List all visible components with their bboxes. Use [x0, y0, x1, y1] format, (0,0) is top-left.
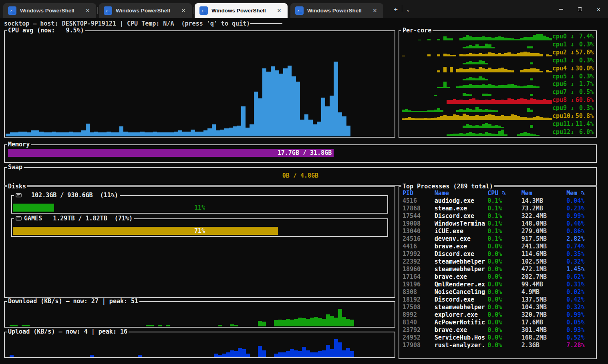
process-row: 17544Discord.exe0.1%322.4MB0.99%	[403, 212, 594, 220]
process-cpu-percent: 0.0%	[487, 250, 521, 258]
cpu-avg-bar	[330, 96, 334, 137]
upload-chart	[6, 338, 394, 357]
process-mem: 241.3MB	[521, 243, 567, 250]
process-row: 17508steamwebhelper0.0%104.3MB0.32%	[403, 304, 594, 311]
cpu-avg-bar	[258, 98, 262, 136]
tab-title: Windows PowerShell	[211, 8, 271, 14]
cpu-avg-bar	[279, 74, 284, 137]
cpu-avg-bar	[220, 130, 225, 137]
tab-close-icon[interactable]: ✕	[179, 6, 188, 15]
process-pid: 24516	[403, 235, 435, 243]
cpu-avg-bar	[56, 132, 60, 136]
net-bar	[22, 325, 26, 326]
cpu-avg-bar	[73, 132, 77, 136]
process-pid: 8992	[403, 311, 435, 319]
process-cpu-percent: 0.0%	[487, 243, 521, 250]
process-mem: 472.1MB	[521, 266, 567, 273]
window-controls: ✕	[552, 0, 608, 18]
process-cpu-percent: 0.0%	[487, 281, 521, 288]
process-mem-percent: 1.45%	[566, 266, 594, 273]
disks-panel: Disks 102.3GB / 930.6GB (11%)11%GAMES 1.…	[4, 186, 395, 298]
minimize-button[interactable]	[552, 0, 570, 18]
tab-title: Windows PowerShell	[307, 8, 367, 14]
process-name: AcPowerNotific	[435, 319, 487, 326]
process-mem: 301.4MB	[521, 326, 567, 334]
cpu-avg-bar	[123, 132, 128, 137]
core-row-cpu3: cpu3 ↓0.3%	[402, 56, 594, 64]
tab-1[interactable]: ›_Windows PowerShell✕	[3, 3, 96, 18]
net-bar	[294, 350, 298, 357]
new-tab-button[interactable]: +	[390, 3, 402, 15]
process-cpu-percent: 0.0%	[487, 296, 521, 304]
core-sparkline	[402, 96, 552, 104]
cpu-avg-bar	[115, 132, 119, 136]
net-bar	[274, 320, 278, 326]
cpu-avg-bar	[111, 132, 115, 136]
process-mem: 73.2MB	[521, 205, 567, 212]
net-bar	[286, 351, 290, 357]
net-bar	[230, 324, 234, 326]
tab-2[interactable]: ›_Windows PowerShell✕	[99, 3, 192, 18]
cpu-avg-bar	[246, 128, 250, 137]
core-label: cpu3 ↓0.3%	[552, 57, 594, 64]
swap-panel: Swap 0B / 4.8GB	[4, 167, 597, 186]
tab-4[interactable]: ›_Windows PowerShell✕	[290, 3, 383, 18]
process-mem-percent: 2.82%	[566, 235, 594, 243]
process-pid: 24952	[403, 334, 435, 342]
process-mem: 148.0MB	[521, 220, 567, 228]
process-mem: 114.6MB	[521, 250, 567, 258]
maximize-button[interactable]	[570, 0, 589, 18]
core-sparkline	[402, 120, 552, 128]
cpu-avg-bar	[233, 126, 237, 136]
core-row-cpu9: cpu9 ↓0.3%	[402, 104, 594, 112]
core-usage-value: 6.0%	[579, 128, 594, 136]
process-pid: 17164	[403, 273, 435, 281]
process-pid: 8140	[403, 319, 435, 326]
process-name: Discord.exe	[435, 250, 487, 258]
column-header-pid: PID	[403, 190, 435, 197]
cpu-avg-bar	[35, 130, 40, 136]
tab-close-icon[interactable]: ✕	[370, 6, 379, 15]
core-name: cpu2 ↓	[552, 49, 574, 56]
process-row: 17908rust-analyzer.0.0%2.3GB7.28%	[403, 342, 594, 349]
cpu-avg-bar	[313, 124, 317, 136]
tab-close-icon[interactable]: ✕	[275, 6, 284, 15]
tab-close-icon[interactable]: ✕	[83, 6, 92, 15]
core-sparkline	[402, 128, 552, 136]
disk-label: 102.3GB / 930.6GB (11%)	[14, 192, 120, 199]
core-sparkline	[402, 40, 552, 48]
cpu-avg-bar	[153, 132, 157, 137]
core-name: cpu9 ↓	[552, 104, 574, 112]
cpu-avg-bar	[296, 82, 300, 137]
disk-icon	[16, 193, 22, 198]
close-button[interactable]: ✕	[589, 0, 608, 18]
net-bar	[330, 349, 334, 357]
net-bar	[338, 342, 342, 357]
core-usage-value: 0.5%	[579, 88, 594, 96]
process-row: 4516audiodg.exe0.1%14.3MB0.04%	[403, 197, 594, 205]
net-bar	[350, 351, 354, 357]
process-mem-percent: 0.42%	[566, 296, 594, 304]
process-cpu-percent: 0.0%	[487, 342, 521, 349]
cpu-avg-bar	[195, 132, 199, 137]
cpu-avg-bar	[321, 98, 326, 137]
cpu-avg-bar	[31, 130, 35, 136]
net-bar	[294, 319, 298, 326]
process-cpu-percent: 0.0%	[487, 334, 521, 342]
cpu-avg-bar	[191, 130, 195, 137]
close-icon: ✕	[597, 6, 600, 12]
process-mem: 168.2MB	[521, 334, 567, 342]
tab-dropdown-button[interactable]: ⌄	[402, 3, 414, 15]
process-cpu-percent: 0.1%	[487, 220, 521, 228]
tab-3-active[interactable]: ›_Windows PowerShell✕	[195, 3, 288, 18]
net-bar	[226, 352, 230, 357]
cpu-avg-chart	[6, 32, 394, 136]
process-mem-percent: 7.28%	[566, 342, 594, 349]
disk-icon	[16, 216, 22, 221]
net-bar	[166, 325, 170, 326]
cpu-avg-bar	[48, 132, 52, 136]
process-cpu-percent: 0.1%	[487, 228, 521, 235]
core-label: cpu9 ↓0.3%	[552, 104, 594, 112]
net-bar	[338, 309, 342, 326]
process-mem-percent: 0.02%	[566, 288, 594, 296]
